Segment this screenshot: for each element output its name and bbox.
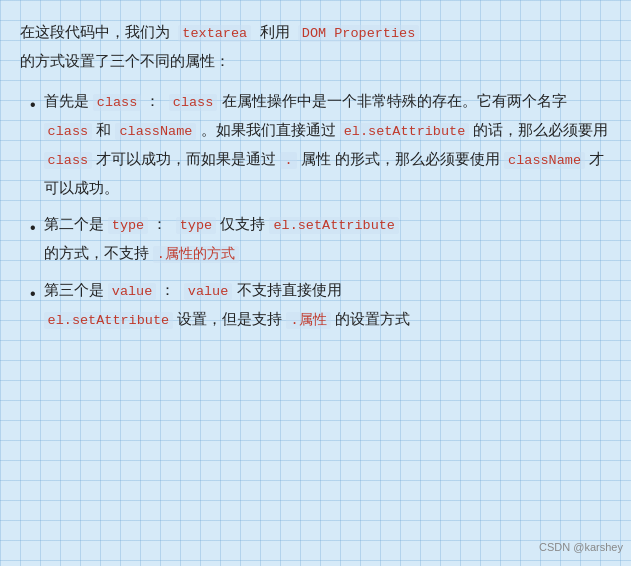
item3-code3: el.setAttribute — [44, 312, 174, 329]
item1-colon: ： — [145, 92, 160, 109]
item2-code4: .属性的方式 — [153, 246, 239, 263]
item1-code6: class — [44, 152, 93, 169]
item3-code1: value — [108, 283, 157, 300]
item2-desc2: 的方式，不支持 — [44, 244, 149, 261]
item3-code2: value — [184, 283, 233, 300]
list-item-value: • 第三个是 value ： value 不支持直接使用 el.setAttri… — [30, 276, 611, 334]
item1-and: 和 — [96, 121, 111, 138]
item2-code1: type — [108, 217, 148, 234]
bullet-2: • — [30, 213, 36, 243]
item-type-content: 第二个是 type ： type 仅支持 el.setAttribute 的方式… — [44, 210, 611, 268]
intro-text-after: 的方式设置了三个不同的属性： — [20, 52, 230, 69]
item2-label: 第二个是 — [44, 215, 104, 232]
intro-paragraph: 在这段代码中，我们为 textarea 利用 DOM Properties 的方… — [20, 18, 611, 75]
item1-desc5: 的形式，那么必须要使用 — [335, 150, 500, 167]
item3-colon: ： — [160, 281, 175, 298]
item3-desc1: 不支持直接使用 — [237, 281, 342, 298]
property-list: • 首先是 class ： class 在属性操作中是一个非常特殊的存在。它有两… — [20, 87, 611, 334]
item1-label: 首先是 — [44, 92, 89, 109]
item1-desc4: 才可以成功，而如果是通过 — [96, 150, 276, 167]
item2-desc1: 仅支持 — [220, 215, 265, 232]
item1-desc3: 的话，那么必须要用 — [473, 121, 608, 138]
item2-code3: el.setAttribute — [269, 217, 399, 234]
item3-desc2: 设置，但是支持 — [177, 310, 282, 327]
item1-code7: . — [280, 152, 296, 169]
item1-attr-text: 属性 — [301, 150, 331, 167]
item1-code5: el.setAttribute — [340, 123, 470, 140]
watermark: CSDN @karshey — [539, 538, 623, 558]
list-item-type: • 第二个是 type ： type 仅支持 el.setAttribute 的… — [30, 210, 611, 268]
bullet-1: • — [30, 90, 36, 120]
list-item-class: • 首先是 class ： class 在属性操作中是一个非常特殊的存在。它有两… — [30, 87, 611, 202]
item1-desc1: 在属性操作中是一个非常特殊的存在。它有两个名字 — [222, 92, 567, 109]
item3-desc3: 的设置方式 — [335, 310, 410, 327]
intro-code-dom: DOM Properties — [298, 25, 419, 42]
bullet-3: • — [30, 279, 36, 309]
item1-code1: class — [93, 94, 142, 111]
item1-code2: class — [169, 94, 218, 111]
item1-code3: class — [44, 123, 93, 140]
item3-label: 第三个是 — [44, 281, 104, 298]
item2-code2: type — [176, 217, 216, 234]
item3-code4: .属性 — [286, 312, 330, 329]
item1-code4: className — [115, 123, 196, 140]
intro-text-before-textarea: 在这段代码中，我们为 — [20, 23, 170, 40]
item-value-content: 第三个是 value ： value 不支持直接使用 el.setAttribu… — [44, 276, 611, 334]
item2-colon: ： — [152, 215, 167, 232]
intro-code-textarea: textarea — [178, 25, 251, 42]
intro-text-before-dom: 利用 — [260, 23, 290, 40]
item1-code8: className — [504, 152, 585, 169]
item-class-content: 首先是 class ： class 在属性操作中是一个非常特殊的存在。它有两个名… — [44, 87, 611, 202]
item1-desc2: 。如果我们直接通过 — [201, 121, 336, 138]
